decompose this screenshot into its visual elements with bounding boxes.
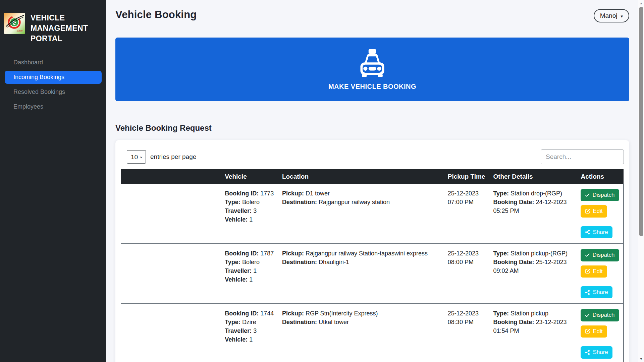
destination-value: Dhauligiri-1 — [319, 259, 349, 265]
vehicle-count-value: 1 — [249, 276, 253, 283]
vehicle-type-value: Dzire — [242, 319, 256, 325]
other-details-cell: Type:Station drop-(RGP) Booking Date:24-… — [490, 184, 578, 244]
pencil-square-icon — [585, 209, 590, 214]
table-header-row: Vehicle Location Pickup Time Other Detai… — [121, 169, 624, 184]
destination-value: Utkal tower — [319, 319, 349, 325]
vehicle-cell: Booking ID:1787 Type:Bolero Traveller:1 … — [222, 244, 279, 304]
location-cell: Pickup:RGP Stn(Intercity Express) Destin… — [279, 304, 445, 362]
traveller-value: 3 — [253, 207, 257, 214]
table-row: Booking ID:1787 Type:Bolero Traveller:1 … — [121, 244, 624, 304]
share-button[interactable]: Share — [581, 286, 612, 298]
vehicle-count-value: 1 — [249, 216, 253, 223]
dispatch-button[interactable]: Dispatch — [581, 249, 619, 261]
scrollbar-thumb[interactable] — [639, 7, 643, 236]
pickup-value: RGP Stn(Intercity Express) — [306, 310, 378, 317]
check-icon — [585, 193, 590, 197]
location-cell: Pickup:D1 tower Destination:Rajgangpur r… — [279, 184, 445, 244]
pickup-time-cell: 25-12-2023 07:00 PM — [445, 184, 491, 244]
sidebar-nav: Dashboard Incoming Bookings Resolved Boo… — [0, 56, 106, 113]
traveller-value: 3 — [253, 327, 257, 334]
app-logo-icon: e Sathi — [4, 13, 25, 34]
booking-id-value: 1787 — [260, 250, 274, 257]
pencil-square-icon — [585, 269, 590, 274]
brand-title: VEHICLE MANAGEMENT PORTAL — [31, 13, 98, 44]
search-input[interactable] — [541, 149, 624, 164]
vehicle-cell: Booking ID:1773 Type:Bolero Traveller:3 … — [222, 184, 279, 244]
share-button[interactable]: Share — [581, 226, 612, 238]
booking-table: Vehicle Location Pickup Time Other Detai… — [121, 169, 624, 362]
vehicle-image-cell — [121, 184, 222, 244]
check-icon — [585, 253, 590, 257]
vehicle-type-value: Bolero — [242, 199, 260, 205]
pickup-time-cell: 25-12-2023 08:00 PM — [445, 244, 491, 304]
destination-value: Rajgangpur railway station — [319, 199, 390, 205]
table-row: Booking ID:1773 Type:Bolero Traveller:3 … — [121, 184, 624, 244]
scroll-up-icon[interactable]: ▲ — [638, 1, 644, 5]
header-image — [121, 169, 222, 184]
svg-text:Sathi: Sathi — [16, 29, 22, 32]
sidebar: e Sathi VEHICLE MANAGEMENT PORTAL Dashbo… — [0, 0, 106, 362]
table-row: Booking ID:1744 Type:Dzire Traveller:3 V… — [121, 304, 624, 362]
vehicle-image-cell — [121, 304, 222, 362]
header-other-details: Other Details — [490, 169, 578, 184]
booking-id-value: 1773 — [260, 190, 274, 197]
other-details-cell: Type:Station pickup Booking Date:23-12-2… — [490, 304, 578, 362]
edit-button[interactable]: Edit — [581, 265, 607, 278]
booking-table-body: Booking ID:1773 Type:Bolero Traveller:3 … — [121, 184, 624, 362]
actions-cell: Dispatch Edit — [578, 304, 624, 362]
share-nodes-icon — [585, 350, 590, 355]
edit-button[interactable]: Edit — [581, 205, 607, 217]
pickup-date-value: 25-12-2023 — [448, 309, 488, 318]
dispatch-button[interactable]: Dispatch — [581, 189, 619, 201]
pencil-square-icon — [585, 329, 590, 334]
scrollbar[interactable]: ▲ ▼ — [638, 0, 644, 362]
sidebar-item-incoming-bookings[interactable]: Incoming Bookings — [5, 71, 102, 84]
vehicle-type-value: Bolero — [242, 259, 260, 265]
sidebar-item-resolved-bookings[interactable]: Resolved Bookings — [5, 85, 102, 99]
scroll-down-icon[interactable]: ▼ — [638, 357, 644, 361]
main-content: Vehicle Booking Manoj ▾ MAKE VEHICLE BOO… — [106, 0, 644, 362]
make-vehicle-booking-banner[interactable]: MAKE VEHICLE BOOKING — [115, 38, 629, 101]
pickup-value: D1 tower — [306, 190, 330, 197]
entries-per-page-select[interactable]: 10 — [127, 150, 146, 163]
header-pickup-time: Pickup Time — [445, 169, 491, 184]
sidebar-item-dashboard[interactable]: Dashboard — [5, 56, 102, 69]
entries-select-wrap: 10 ⌄ — [127, 150, 146, 164]
details-type-value: Station pickup — [511, 310, 548, 317]
traveller-value: 1 — [253, 267, 257, 274]
table-controls: 10 ⌄ entries per page — [121, 149, 624, 164]
check-icon — [585, 313, 590, 318]
edit-button[interactable]: Edit — [581, 325, 607, 338]
caret-down-icon: ▾ — [621, 14, 623, 18]
booking-id-value: 1744 — [260, 310, 274, 317]
share-nodes-icon — [585, 290, 590, 295]
vehicle-image-cell — [121, 244, 222, 304]
pickup-time-value: 07:00 PM — [448, 198, 488, 206]
details-type-value: Station pickup-(RGP) — [511, 250, 568, 257]
location-cell: Pickup:Rajgangpur railway Station-tapasw… — [279, 244, 445, 304]
pickup-time-cell: 25-12-2023 08:30 PM — [445, 304, 491, 362]
actions-cell: Dispatch Edit — [578, 244, 624, 304]
vehicle-count-value: 1 — [249, 336, 253, 343]
actions-cell: Dispatch Edit — [578, 184, 624, 244]
pickup-time-value: 08:00 PM — [448, 258, 488, 266]
pickup-date-value: 25-12-2023 — [448, 189, 488, 198]
pickup-date-value: 25-12-2023 — [448, 249, 488, 258]
booking-table-card: 10 ⌄ entries per page Vehicle Location P… — [115, 140, 629, 362]
banner-label: MAKE VEHICLE BOOKING — [328, 83, 416, 90]
share-nodes-icon — [585, 230, 590, 235]
e-sathi-logo-icon: e Sathi — [4, 13, 25, 34]
header-actions: Actions — [578, 169, 624, 184]
details-type-value: Station drop-(RGP) — [511, 190, 562, 197]
entries-per-page: 10 ⌄ entries per page — [127, 150, 196, 164]
sidebar-item-employees[interactable]: Employees — [5, 100, 102, 113]
share-button[interactable]: Share — [581, 346, 612, 358]
header-vehicle: Vehicle — [222, 169, 279, 184]
header-location: Location — [279, 169, 445, 184]
other-details-cell: Type:Station pickup-(RGP) Booking Date:2… — [490, 244, 578, 304]
dispatch-button[interactable]: Dispatch — [581, 309, 619, 321]
vehicle-cell: Booking ID:1744 Type:Dzire Traveller:3 V… — [222, 304, 279, 362]
brand: e Sathi VEHICLE MANAGEMENT PORTAL — [0, 0, 106, 44]
user-menu-button[interactable]: Manoj ▾ — [594, 9, 629, 22]
taxi-icon — [357, 49, 388, 77]
